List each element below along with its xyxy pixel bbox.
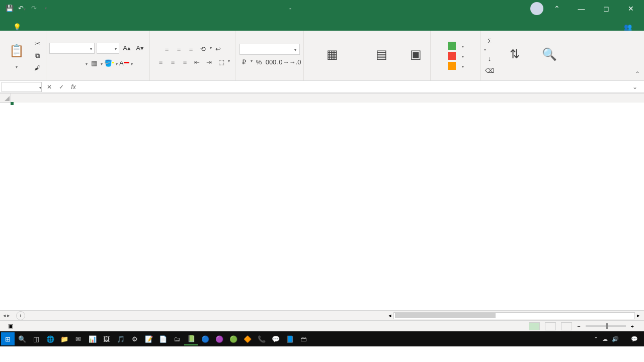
normal-view-button[interactable] [529,322,540,330]
align-middle-icon[interactable]: ≡ [174,44,185,55]
hscroll-right-icon[interactable]: ▸ [635,312,642,319]
orientation-icon[interactable]: ⟲ [198,44,209,55]
bold-button[interactable] [49,58,60,69]
align-top-icon[interactable]: ≡ [162,44,173,55]
underline-button[interactable] [73,58,85,69]
app-icon[interactable]: 🔶 [240,332,254,345]
app-icon[interactable]: 📁 [57,332,71,345]
new-sheet-button[interactable]: + [16,311,25,320]
hscroll-track[interactable] [393,312,635,319]
app-icon[interactable]: 🟢 [226,332,240,345]
fx-icon[interactable]: fx [67,82,79,92]
insert-cells-button[interactable] [446,41,466,50]
ribbon-display-icon[interactable]: ⌃ [545,0,568,17]
app-icon[interactable]: 🟣 [212,332,226,345]
tray-chevron-icon[interactable]: ⌃ [594,336,598,342]
select-all-cells[interactable] [0,94,11,103]
record-macro-icon[interactable]: ▣ [8,323,13,329]
app-icon[interactable]: 🌐 [43,332,57,345]
zoom-in-icon[interactable]: + [631,323,634,329]
search-icon[interactable]: 🔍 [15,332,29,345]
copy-icon[interactable]: ⧉ [32,50,43,61]
decrease-decimal-icon[interactable]: →.0 [290,57,301,68]
avatar[interactable] [530,2,543,15]
zoom-slider[interactable] [586,325,626,327]
tray-notifications-icon[interactable]: 💬 [631,336,638,342]
cancel-fx-icon[interactable]: ✕ [43,82,55,92]
increase-decimal-icon[interactable]: .0→ [278,57,289,68]
start-button[interactable]: ⊞ [1,332,15,345]
task-view-icon[interactable]: ◫ [29,332,43,345]
number-format-select[interactable] [239,44,300,55]
minimize-icon[interactable]: — [570,0,593,17]
name-box[interactable] [2,82,42,92]
tray-volume-icon[interactable]: 🔊 [612,336,619,342]
comma-icon[interactable]: 000 [266,57,277,68]
page-layout-view-button[interactable] [545,322,556,330]
app-icon[interactable]: 🎵 [114,332,127,345]
zoom-out-icon[interactable]: − [577,323,580,329]
wrap-text-icon[interactable]: ↩ [213,44,224,55]
font-size-select[interactable] [97,43,119,54]
shrink-font-icon[interactable]: A▾ [134,43,145,54]
font-color-icon[interactable]: A [119,58,130,69]
hscroll-left-icon[interactable]: ◂ [386,312,393,319]
app-icon[interactable]: 📊 [86,332,99,345]
sheet-nav-next-icon[interactable]: ▸ [7,312,10,319]
conditional-format-button[interactable]: ▦ [307,45,358,66]
clear-icon[interactable]: ⌫ [484,65,495,76]
fill-color-icon[interactable]: 🪣 [104,58,115,69]
expand-formula-icon[interactable]: ⌄ [629,82,641,92]
border-icon[interactable]: ▦ [89,58,100,69]
page-break-view-button[interactable] [561,322,572,330]
format-painter-icon[interactable]: 🖌 [32,62,43,73]
save-icon[interactable]: 💾 [4,3,15,14]
cut-icon[interactable]: ✂ [32,38,43,49]
app-icon[interactable]: 🗂 [170,332,184,345]
app-icon[interactable]: 📝 [142,332,155,345]
fill-icon[interactable]: ↓ [484,53,495,64]
align-right-icon[interactable]: ≡ [180,57,191,68]
font-name-select[interactable] [49,43,95,54]
indent-dec-icon[interactable]: ⇤ [192,57,203,68]
sheet-nav-prev-icon[interactable]: ◂ [3,312,6,319]
grow-font-icon[interactable]: A▴ [121,43,132,54]
merge-icon[interactable]: ⬚ [216,57,227,68]
indent-inc-icon[interactable]: ⇥ [204,57,215,68]
format-as-table-button[interactable]: ▤ [358,45,405,66]
align-left-icon[interactable]: ≡ [155,57,167,68]
collapse-ribbon-icon[interactable]: ⌃ [635,70,640,77]
autosum-icon[interactable]: Σ [484,35,495,46]
app-icon[interactable]: ⚙ [128,332,141,345]
share-button[interactable]: 👥 [615,23,644,31]
align-bottom-icon[interactable]: ≡ [186,44,197,55]
app-icon[interactable]: ✉ [71,332,85,345]
cell-styles-button[interactable]: ▣ [405,45,427,66]
currency-icon[interactable]: ₽ [238,57,250,68]
sort-filter-button[interactable]: ⇅ [497,45,532,66]
app-icon[interactable]: 📞 [255,332,268,345]
formula-bar[interactable] [79,82,629,92]
enter-fx-icon[interactable]: ✓ [55,82,67,92]
maximize-icon[interactable]: ◻ [595,0,617,17]
format-cells-button[interactable] [446,61,466,70]
table-icon: ▤ [372,45,391,64]
tray-cloud-icon[interactable]: ☁ [602,336,608,342]
app-icon[interactable]: 🖼 [100,332,113,345]
percent-icon[interactable]: % [254,57,265,68]
paste-button[interactable]: 📋 [3,41,30,70]
app-icon[interactable]: 📘 [283,332,296,345]
excel-task-icon[interactable]: 📗 [184,332,198,345]
app-icon[interactable]: 🗃 [297,332,310,345]
app-icon[interactable]: 🔵 [198,332,212,345]
close-icon[interactable]: ✕ [619,0,642,17]
delete-cells-button[interactable] [446,51,466,60]
customize-qat-icon[interactable] [40,3,51,14]
italic-button[interactable] [61,58,72,69]
group-number [238,78,300,79]
undo-icon[interactable]: ↶ [16,3,27,14]
app-icon[interactable]: 💬 [269,332,282,345]
app-icon[interactable]: 📄 [156,332,170,345]
find-select-button[interactable]: 🔍 [534,45,565,66]
align-center-icon[interactable]: ≡ [168,57,179,68]
